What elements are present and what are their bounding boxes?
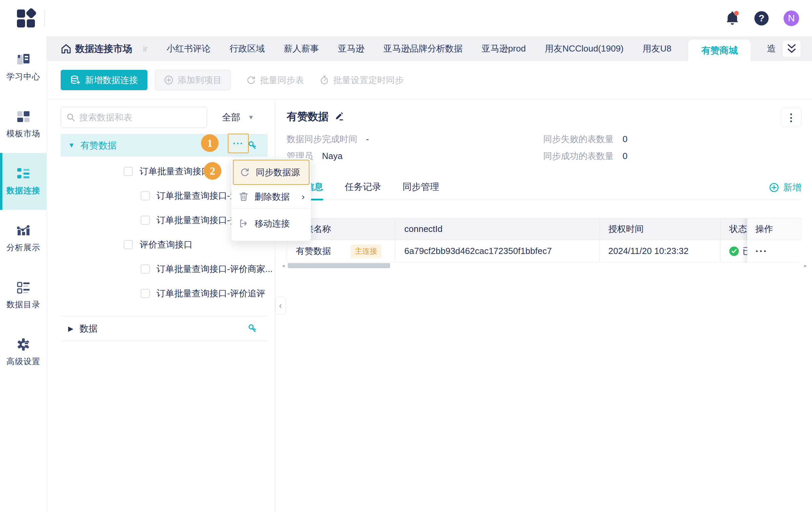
tab-item[interactable]: 亚马逊prod xyxy=(482,43,526,55)
column-header: connectId xyxy=(395,218,600,240)
header-divider xyxy=(44,9,45,27)
scroll-right-icon[interactable]: ▸ xyxy=(804,263,807,269)
info-field: 同步失败的表数量 0 xyxy=(543,132,801,146)
tab-item[interactable]: 小红书评论 xyxy=(166,43,210,55)
plus-circle-icon xyxy=(769,182,779,193)
main-sidebar: 学习中心 模板市场 数据连接 分析展示 数据目录 高级设置 xyxy=(0,36,47,512)
detail-tab-bar: 连接信息 任务记录 同步管理 新增 xyxy=(287,181,801,200)
more-actions-button[interactable]: ⋮ xyxy=(781,108,801,127)
chevron-double-down-icon xyxy=(787,43,797,54)
notification-bell-icon[interactable] xyxy=(726,11,739,26)
sidebar-item-template-market[interactable]: 模板市场 xyxy=(0,96,47,153)
checkbox[interactable] xyxy=(141,191,150,200)
connection-info: 数据同步完成时间 - 管理员 Naya 同步失败的表数量 0 同步成功的表数量 … xyxy=(287,132,801,166)
expander-down-icon[interactable]: ▼ xyxy=(68,141,75,149)
column-header: 操作 xyxy=(747,218,801,240)
sidebar-item-label: 学习中心 xyxy=(6,71,40,82)
scroll-left-icon[interactable]: ◂ xyxy=(282,263,285,269)
info-field: 同步成功的表数量 0 xyxy=(543,149,801,163)
batch-schedule-button[interactable]: 批量设置定时同步 xyxy=(320,74,404,86)
connection-detail-panel: 有赞数据 ⋮ 数据同步完成时间 - 管理员 Naya 同步失败的表数量 xyxy=(276,99,812,512)
authorize-key-icon[interactable] xyxy=(247,323,258,334)
row-actions-button[interactable]: ··· xyxy=(747,240,801,262)
checkbox[interactable] xyxy=(124,240,133,249)
tabs-overflow-button[interactable] xyxy=(783,41,800,57)
timer-icon xyxy=(320,75,329,85)
pinned-action-column: 操作 ··· xyxy=(747,218,801,263)
plus-circle-icon xyxy=(164,75,174,85)
checkbox[interactable] xyxy=(124,167,133,176)
sidebar-item-data-catalog[interactable]: 数据目录 xyxy=(0,267,47,324)
analysis-display-icon xyxy=(16,224,31,237)
add-authorization-button[interactable]: 新增 xyxy=(769,181,801,194)
annotation-step-2: 2 xyxy=(204,162,221,180)
tab-item[interactable]: 用友NCCloud(1909) xyxy=(545,43,624,55)
sidebar-item-analysis-display[interactable]: 分析展示 xyxy=(0,210,47,267)
avatar[interactable]: N xyxy=(784,11,799,26)
tree-item[interactable]: 订单批量查询接口-评价商家... xyxy=(47,257,275,281)
batch-sync-button[interactable]: 批量同步表 xyxy=(246,74,304,86)
chevron-left-icon: ‹ xyxy=(279,300,282,311)
tab-item-clipped[interactable]: 造 xyxy=(767,43,776,55)
tab-sync-management[interactable]: 同步管理 xyxy=(403,181,439,200)
menu-item-sync-datasource[interactable]: 同步数据源 xyxy=(233,160,309,185)
template-market-icon xyxy=(16,110,31,123)
refresh-icon xyxy=(240,167,250,177)
tab-item[interactable]: 亚马逊品牌分析数据 xyxy=(383,43,463,55)
connection-tab-bar: 数据连接市场 ir 小红书评论 行政区域 薪人薪事 亚马逊 亚马逊品牌分析数据 … xyxy=(47,36,812,61)
connect-id: 6a79cf2bb93d462cac172350f1bbfec7 xyxy=(395,240,600,262)
scrollbar-thumb[interactable] xyxy=(288,263,390,268)
tree-more-actions-button[interactable]: ··· xyxy=(228,134,249,153)
app-logo[interactable] xyxy=(17,9,36,28)
refresh-icon xyxy=(246,75,256,85)
help-icon[interactable]: ? xyxy=(754,11,769,25)
tree-section-data[interactable]: ▶ 数据 xyxy=(61,316,268,341)
tab-home[interactable]: 数据连接市场 xyxy=(61,42,132,55)
edit-pencil-icon[interactable] xyxy=(334,111,344,122)
add-to-project-button[interactable]: 添加到项目 xyxy=(155,70,231,90)
menu-item-delete-data[interactable]: 删除数据 › xyxy=(231,185,311,209)
tree-item[interactable]: 订单批量查询接口-评价追评 xyxy=(47,281,275,306)
data-connection-icon xyxy=(16,167,31,180)
new-connection-button[interactable]: 新增数据连接 xyxy=(61,70,147,90)
home-icon xyxy=(61,44,71,54)
sidebar-item-learning-center[interactable]: 学习中心 xyxy=(0,39,47,96)
column-header: 授权时间 xyxy=(600,218,720,240)
sidebar-item-data-connection[interactable]: 数据连接 xyxy=(0,153,47,210)
connection-toolbar: 新增数据连接 添加到项目 批量同步表 批量设置定时同步 xyxy=(47,61,812,99)
panel-collapse-handle[interactable]: ‹ xyxy=(275,297,286,315)
sidebar-item-advanced-settings[interactable]: 高级设置 xyxy=(0,324,47,381)
checkbox[interactable] xyxy=(141,216,150,225)
ellipsis-icon: ··· xyxy=(233,138,244,149)
tree-filter-dropdown[interactable]: 全部 ▾ xyxy=(222,111,253,123)
checkbox[interactable] xyxy=(141,289,150,298)
submenu-arrow-icon: › xyxy=(302,192,305,202)
chevron-down-icon: ▾ xyxy=(249,113,253,122)
horizontal-scrollbar[interactable]: ◂ ▸ xyxy=(287,263,801,269)
table-row[interactable]: 有赞数据 主连接 6a79cf2bb93d462cac172350f1bbfec… xyxy=(287,240,802,262)
tab-task-records[interactable]: 任务记录 xyxy=(345,181,381,200)
primary-connection-badge: 主连接 xyxy=(351,244,381,258)
authorization-table: 连接名称 connectId 授权时间 状态 有赞数据 主连接 6a79cf2b… xyxy=(287,218,801,262)
app-window: ? N 数据连接市场 ir 小红书评论 行政区域 薪人薪事 亚马逊 亚马逊品牌分… xyxy=(0,0,812,512)
tab-item[interactable]: 行政区域 xyxy=(229,43,265,55)
annotation-step-1: 1 xyxy=(201,134,219,152)
tab-item[interactable]: 薪人薪事 xyxy=(284,43,319,55)
search-input[interactable] xyxy=(79,112,195,123)
move-into-icon xyxy=(239,219,248,228)
search-icon xyxy=(66,113,75,122)
checkbox[interactable] xyxy=(141,264,150,274)
tree-search-box[interactable] xyxy=(61,107,207,128)
sidebar-item-label: 分析展示 xyxy=(6,242,40,253)
data-catalog-icon xyxy=(16,281,31,294)
app-header: ? N xyxy=(0,0,812,36)
expander-right-icon[interactable]: ▶ xyxy=(68,324,73,333)
tab-item[interactable]: 亚马逊 xyxy=(338,43,364,55)
tab-item[interactable]: 用友U8 xyxy=(643,43,671,55)
learning-center-icon xyxy=(16,53,31,66)
sidebar-item-label: 数据连接 xyxy=(6,185,40,196)
info-field: 数据同步完成时间 - xyxy=(287,132,543,146)
tab-item-active[interactable]: 有赞商城 xyxy=(688,40,751,61)
menu-item-move-connection[interactable]: 移动连接 xyxy=(231,209,311,238)
info-field: 管理员 Naya xyxy=(287,149,543,163)
